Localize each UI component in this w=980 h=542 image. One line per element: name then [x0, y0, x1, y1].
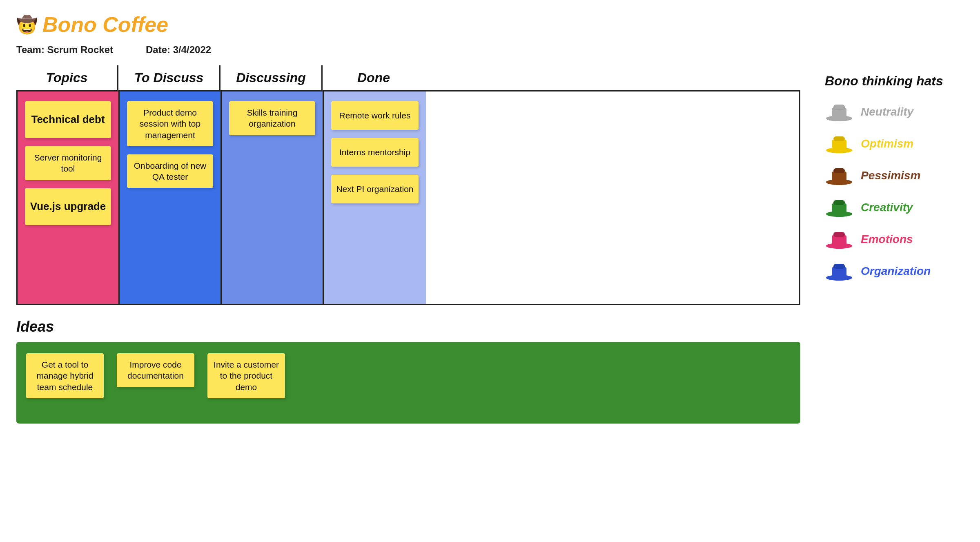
hat-item-emotions: Emotions [825, 229, 964, 250]
column-to-discuss: Product demo session with top management… [120, 91, 222, 304]
ideas-title: Ideas [16, 318, 800, 335]
hat-icon-emotions [825, 229, 853, 250]
hat-label-emotions: Emotions [861, 233, 913, 246]
card-product-demo-session[interactable]: Product demo session with top management [127, 101, 213, 146]
column-topics: Technical debt Server monitoring tool Vu… [18, 91, 120, 304]
card-remote-work[interactable]: Remote work rules [331, 101, 419, 130]
logo-hat-icon: 🤠 [16, 15, 38, 35]
card-vuejs-upgrade[interactable]: Vue.js upgrade [25, 188, 111, 225]
hat-label-creativity: Creativity [861, 201, 913, 214]
hat-label-optimism: Optimism [861, 137, 913, 150]
kanban-board: Technical debt Server monitoring tool Vu… [16, 91, 800, 305]
svg-rect-12 [833, 200, 845, 205]
sidebar: Bono thinking hats Neutrality [825, 65, 964, 293]
app-title: Bono Coffee [42, 12, 168, 37]
idea-hybrid-schedule[interactable]: Get a tool to manage hybrid team schedul… [26, 353, 104, 398]
ideas-board: Get a tool to manage hybrid team schedul… [16, 342, 800, 424]
hat-item-organization: Organization [825, 261, 964, 281]
ideas-section: Ideas Get a tool to manage hybrid team s… [16, 318, 800, 424]
card-skills-training[interactable]: Skills training organization [229, 101, 315, 135]
column-done: Remote work rules Interns mentorship Nex… [324, 91, 426, 304]
hat-label-neutrality: Neutrality [861, 105, 913, 118]
card-onboarding-qa[interactable]: Onboarding of new QA tester [127, 154, 213, 188]
hat-item-optimism: Optimism [825, 134, 964, 154]
hat-icon-optimism [825, 134, 853, 154]
hat-icon-pessimism [825, 165, 853, 186]
meta-row: Team: Scrum Rocket Date: 3/4/2022 [16, 44, 964, 56]
svg-rect-6 [833, 136, 845, 141]
card-next-pi[interactable]: Next PI organization [331, 175, 419, 203]
svg-rect-9 [833, 168, 845, 173]
header-done: Done [323, 65, 425, 90]
card-technical-debt[interactable]: Technical debt [25, 101, 111, 138]
svg-rect-18 [833, 264, 845, 269]
main-layout: Topics To Discuss Discussing Done Techni… [16, 65, 964, 424]
app-header: 🤠 Bono Coffee [16, 12, 964, 37]
card-server-monitoring[interactable]: Server monitoring tool [25, 146, 111, 180]
idea-invite-customer[interactable]: Invite a customer to the product demo [207, 353, 285, 398]
header-discussing: Discussing [220, 65, 323, 90]
column-discussing: Skills training organization [222, 91, 324, 304]
hat-icon-neutrality [825, 102, 853, 122]
header-to-discuss: To Discuss [118, 65, 220, 90]
hat-label-organization: Organization [861, 265, 931, 278]
hat-item-pessimism: Pessimism [825, 165, 964, 186]
date-label: Date: 3/4/2022 [146, 44, 211, 56]
hat-item-creativity: Creativity [825, 197, 964, 218]
sidebar-title: Bono thinking hats [825, 74, 964, 89]
idea-code-docs[interactable]: Improve code documentation [117, 353, 194, 387]
team-label: Team: Scrum Rocket [16, 44, 113, 56]
board-section: Topics To Discuss Discussing Done Techni… [16, 65, 800, 424]
hat-label-pessimism: Pessimism [861, 169, 920, 182]
hat-icon-creativity [825, 197, 853, 218]
svg-rect-3 [833, 105, 845, 109]
card-interns-mentorship[interactable]: Interns mentorship [331, 138, 419, 167]
hat-item-neutrality: Neutrality [825, 102, 964, 122]
svg-rect-15 [833, 232, 845, 237]
kanban-headers: Topics To Discuss Discussing Done [16, 65, 800, 91]
hat-icon-organization [825, 261, 853, 281]
header-topics: Topics [16, 65, 118, 90]
